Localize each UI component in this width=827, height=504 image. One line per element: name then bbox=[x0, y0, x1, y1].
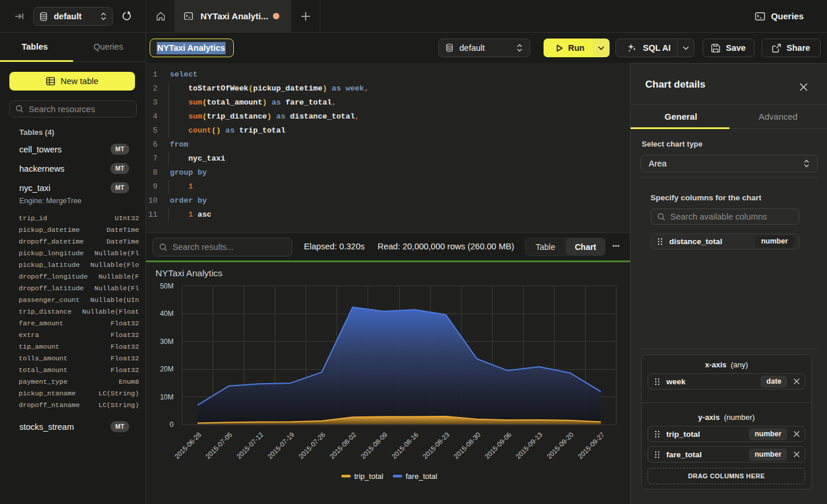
svg-text:fare_total: fare_total bbox=[406, 472, 437, 481]
svg-text:2015-08-09: 2015-08-09 bbox=[359, 431, 389, 460]
svg-text:2015-08-16: 2015-08-16 bbox=[390, 431, 420, 460]
svg-text:20M: 20M bbox=[160, 365, 174, 373]
svg-text:10M: 10M bbox=[160, 393, 174, 401]
svg-text:2015-08-30: 2015-08-30 bbox=[452, 431, 482, 460]
svg-text:NYTaxi Analytics: NYTaxi Analytics bbox=[155, 268, 223, 278]
svg-text:40M: 40M bbox=[160, 310, 174, 318]
svg-text:30M: 30M bbox=[160, 338, 174, 346]
svg-text:2015-07-05: 2015-07-05 bbox=[204, 431, 233, 460]
svg-text:2015-08-23: 2015-08-23 bbox=[421, 431, 451, 460]
svg-text:50M: 50M bbox=[160, 282, 174, 290]
svg-text:2015-09-06: 2015-09-06 bbox=[483, 431, 513, 460]
svg-text:2015-09-13: 2015-09-13 bbox=[514, 431, 544, 460]
svg-text:2015-07-12: 2015-07-12 bbox=[236, 431, 265, 460]
svg-text:2015-06-28: 2015-06-28 bbox=[173, 431, 202, 460]
svg-text:0: 0 bbox=[169, 420, 174, 429]
svg-text:2015-08-02: 2015-08-02 bbox=[328, 431, 358, 460]
svg-text:2015-07-19: 2015-07-19 bbox=[267, 431, 296, 460]
svg-text:2015-09-27: 2015-09-27 bbox=[576, 431, 605, 460]
svg-text:2015-07-26: 2015-07-26 bbox=[297, 431, 327, 460]
svg-text:2015-09-20: 2015-09-20 bbox=[545, 431, 575, 460]
svg-text:trip_total: trip_total bbox=[354, 472, 383, 481]
